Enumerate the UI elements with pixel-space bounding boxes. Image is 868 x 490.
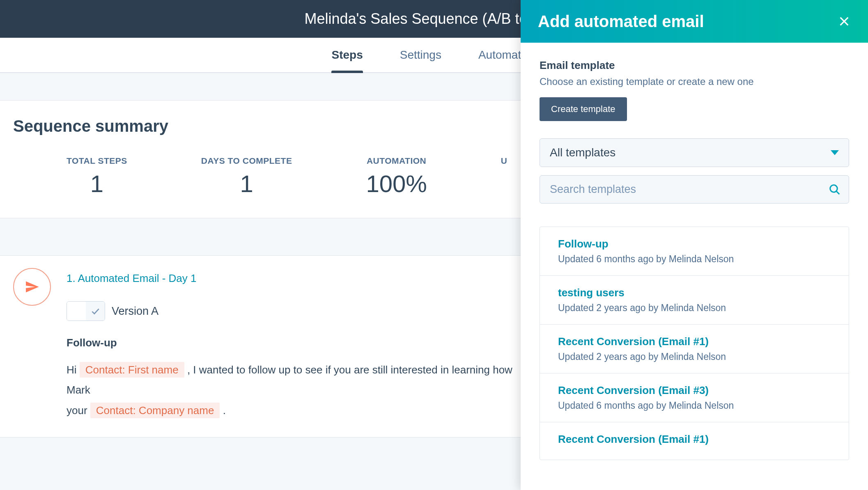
stat-total-steps: TOTAL STEPS 1	[67, 156, 127, 197]
version-toggle-right[interactable]	[86, 302, 105, 321]
section-desc: Choose an existing template or create a …	[540, 76, 849, 87]
dropdown-value: All templates	[550, 146, 615, 159]
stat-automation: AUTOMATION 100%	[366, 156, 427, 197]
search-input[interactable]	[540, 175, 849, 204]
body-text: Hi	[67, 364, 80, 376]
search-icon[interactable]	[829, 183, 841, 196]
template-item-meta: Updated 6 months ago by Melinda Nelson	[558, 400, 831, 411]
svg-line-3	[836, 191, 839, 194]
template-item-title: Recent Conversion (Email #1)	[558, 433, 831, 446]
template-filter-dropdown[interactable]: All templates	[540, 138, 849, 167]
svg-point-2	[830, 185, 838, 192]
tab-steps[interactable]: Steps	[331, 38, 363, 72]
close-icon[interactable]	[838, 15, 851, 28]
version-toggle[interactable]	[67, 301, 105, 321]
template-item-meta: Updated 2 years ago by Melinda Nelson	[558, 351, 831, 362]
template-item[interactable]: Recent Conversion (Email #1) Updated 2 y…	[540, 325, 849, 373]
template-item-title: Recent Conversion (Email #1)	[558, 335, 831, 348]
stat-label: TOTAL STEPS	[67, 156, 127, 166]
panel-title: Add automated email	[538, 12, 704, 31]
version-label: Version A	[112, 305, 158, 318]
step-type-icon-circle	[13, 268, 51, 306]
merge-token-company-name[interactable]: Contact: Company name	[90, 403, 220, 418]
stat-label: U	[501, 156, 507, 166]
stat-value: 1	[201, 170, 292, 197]
template-item-meta: Updated 2 years ago by Melinda Nelson	[558, 302, 831, 314]
create-template-button[interactable]: Create template	[540, 97, 627, 121]
panel-header: Add automated email	[521, 0, 868, 43]
template-item[interactable]: Follow-up Updated 6 months ago by Melind…	[540, 227, 849, 276]
template-item-title: testing users	[558, 286, 831, 299]
stat-label: DAYS TO COMPLETE	[201, 156, 292, 166]
email-body-preview: Hi Contact: First name , I wanted to fol…	[67, 360, 535, 421]
template-item[interactable]: Recent Conversion (Email #1)	[540, 422, 849, 460]
stat-label: AUTOMATION	[366, 156, 427, 166]
section-label: Email template	[540, 59, 849, 72]
side-panel: Add automated email Email template Choos…	[521, 0, 868, 490]
stat-value: 1	[67, 170, 127, 197]
template-item[interactable]: Recent Conversion (Email #3) Updated 6 m…	[540, 373, 849, 422]
stat-days-complete: DAYS TO COMPLETE 1	[201, 156, 292, 197]
stat-partial: U	[501, 156, 507, 197]
body-text: your	[67, 404, 90, 417]
page-title: Melinda's Sales Sequence (A/B test)	[304, 10, 544, 27]
check-icon	[90, 306, 101, 316]
caret-down-icon	[831, 150, 839, 155]
template-list: Follow-up Updated 6 months ago by Melind…	[540, 227, 849, 460]
stat-value: 100%	[366, 170, 427, 197]
body-text: .	[223, 404, 226, 417]
tab-settings[interactable]: Settings	[400, 38, 441, 72]
template-item-meta: Updated 6 months ago by Melinda Nelson	[558, 254, 831, 265]
merge-token-first-name[interactable]: Contact: First name	[80, 362, 184, 378]
template-item-title: Follow-up	[558, 238, 831, 250]
panel-body: Email template Choose an existing templa…	[521, 43, 868, 490]
paper-plane-icon	[25, 279, 39, 294]
search-wrap	[540, 175, 849, 204]
version-toggle-left[interactable]	[67, 302, 86, 321]
template-item[interactable]: testing users Updated 2 years ago by Mel…	[540, 276, 849, 325]
template-item-title: Recent Conversion (Email #3)	[558, 384, 831, 397]
